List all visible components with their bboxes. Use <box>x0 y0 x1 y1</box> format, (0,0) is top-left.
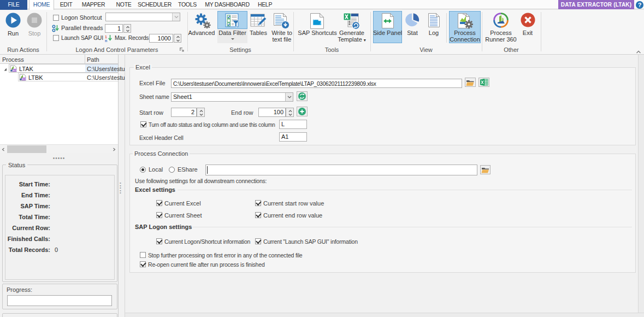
svg-text:n: n <box>105 39 107 43</box>
svg-text:1: 1 <box>105 35 107 39</box>
svg-text:ECII: ECII <box>13 69 17 72</box>
svg-text:ECII: ECII <box>22 78 26 80</box>
